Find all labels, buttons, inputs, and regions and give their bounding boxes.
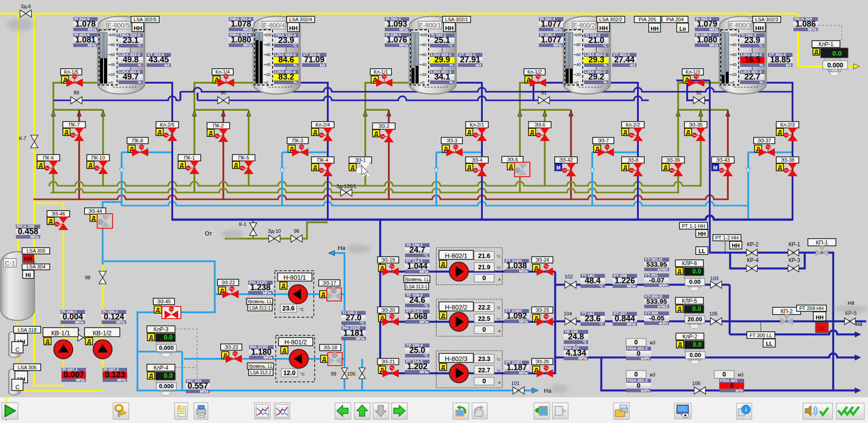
svg-text:12.0: 12.0 [283,369,295,376]
svg-text:ЭЗ-23: ЭЗ-23 [224,344,238,350]
svg-text:21.9: 21.9 [478,263,490,271]
svg-text:м3: м3 [320,63,325,67]
svg-text:КР-1: КР-1 [788,241,800,248]
svg-text:23.9: 23.9 [744,36,760,45]
svg-text:ПК-3: ПК-3 [292,138,303,143]
svg-text:КлР-1: КлР-1 [819,41,834,47]
svg-text:МПа: МПа [627,284,636,288]
svg-text:Д: Д [149,334,153,341]
svg-text:м3/ч: м3/ч [659,321,668,325]
svg-text:МПа: МПа [75,320,84,324]
svg-text:34.1: 34.1 [434,72,450,81]
svg-text:ПК-10: ПК-10 [91,155,105,160]
svg-text:КР-4: КР-4 [747,257,759,263]
svg-text:LL: LL [698,248,705,254]
svg-text:Д: Д [209,130,213,136]
svg-text:100: 100 [347,371,355,376]
svg-text:i: i [745,406,747,413]
svg-text:0.00: 0.00 [689,352,701,358]
svg-text:ЭЗ-20: ЭЗ-20 [381,307,395,313]
svg-text:106: 106 [692,381,700,386]
svg-text:%: % [760,80,763,85]
svg-text:LSA 304: LSA 304 [27,264,46,269]
svg-text:МПа: МПа [88,43,97,47]
svg-text:Д: Д [623,129,627,136]
svg-text:°C: °C [599,322,604,326]
svg-text:КлР-3: КлР-3 [154,326,169,333]
svg-text:м3: м3 [164,63,170,67]
svg-text:Д: Д [313,164,317,171]
svg-text:МПа: МПа [356,336,365,341]
svg-text:кг/м3: кг/м3 [658,267,668,272]
svg-text:0: 0 [637,349,640,357]
svg-text:Д: Д [149,373,153,379]
svg-text:МПа: МПа [399,27,408,32]
svg-text:%: % [604,80,607,85]
svg-text:°C: °C [424,303,429,308]
svg-text:%: % [604,63,607,67]
svg-text:К-1: К-1 [239,221,246,227]
svg-text:НН: НН [816,315,823,321]
svg-text:НН: НН [599,25,608,32]
svg-text:ЭЗ-24: ЭЗ-24 [535,257,549,263]
svg-text:Кл-2/3: Кл-2/3 [780,122,795,127]
svg-text:МПа: МПа [420,320,429,324]
svg-text:LSA 302/5: LSA 302/5 [134,17,157,22]
svg-text:°C: °C [448,43,453,48]
svg-text:м3: м3 [738,372,744,377]
svg-text:%: % [449,63,453,67]
svg-text:ЭЗ-7: ЭЗ-7 [598,138,609,143]
svg-text:От: От [205,230,212,237]
svg-text:ПК-4: ПК-4 [317,157,328,163]
svg-text:МПа: МПа [117,378,126,382]
svg-text:ЭЗ-35: ЭЗ-35 [689,122,703,127]
svg-text:ЭЗ-2: ЭЗ-2 [378,123,389,129]
svg-text:Д: Д [87,338,91,345]
svg-text:29.9: 29.9 [434,55,450,64]
svg-text:Д: Д [351,164,355,171]
svg-text:LSA 313-1: LSA 313-1 [406,284,428,289]
svg-text:Д: Д [778,164,782,171]
svg-text:102: 102 [565,274,573,279]
svg-text:Hi: Hi [26,272,31,278]
svg-text:НН: НН [24,256,32,262]
svg-text:48.4: 48.4 [585,276,600,285]
svg-text:23.1: 23.1 [123,36,138,45]
svg-text:Зд-126/1: Зд-126/1 [336,183,356,189]
svg-text:29.3: 29.3 [588,55,604,64]
svg-text:ЭЗ-8: ЭЗ-8 [627,157,638,163]
svg-text:ПК-2: ПК-2 [213,123,224,128]
svg-text:Н-802/2: Н-802/2 [445,304,467,311]
svg-text:LSA 305: LSA 305 [27,248,46,254]
svg-text:м3/ч: м3/ч [641,388,650,393]
svg-text:FISA 401: FISA 401 [720,378,737,383]
svg-text:ЭЗ-4: ЭЗ-4 [472,157,482,163]
svg-text:25.1: 25.1 [434,36,450,45]
svg-text:ЭЗ-46: ЭЗ-46 [52,211,65,216]
svg-text:Н-801/2: Н-801/2 [284,338,307,346]
svg-text:МПа: МПа [30,235,39,239]
svg-text:МПа: МПа [116,320,125,324]
svg-text:E-800/5: E-800/5 [107,22,129,29]
svg-text:Зд-6: Зд-6 [21,4,31,9]
svg-text:Д: Д [467,129,472,136]
svg-text:0: 0 [722,371,726,378]
svg-text:МПа: МПа [264,355,273,360]
svg-text:М: М [556,165,560,170]
svg-text:°C: °C [496,317,500,321]
svg-text:м3/ч: м3/ч [641,356,650,361]
svg-text:24.7: 24.7 [409,245,425,254]
svg-text:м3: м3 [786,63,791,67]
svg-text:22.7: 22.7 [478,367,490,374]
svg-text:Кл-1/3: Кл-1/3 [686,69,700,75]
svg-text:Д: Д [156,307,160,313]
svg-text:Д: Д [374,131,378,137]
svg-text:НН: НН [289,25,298,32]
svg-text:Н-801/1: Н-801/1 [283,274,306,281]
svg-text:E-800/1: E-800/1 [419,22,441,29]
svg-text:104: 104 [564,311,572,316]
svg-text:0.000: 0.000 [159,344,174,351]
svg-text:ПК-8: ПК-8 [132,138,143,143]
svg-text:Кл-2/5: Кл-2/5 [160,122,175,127]
svg-text:РТ 1-1 НН: РТ 1-1 НН [682,223,705,229]
